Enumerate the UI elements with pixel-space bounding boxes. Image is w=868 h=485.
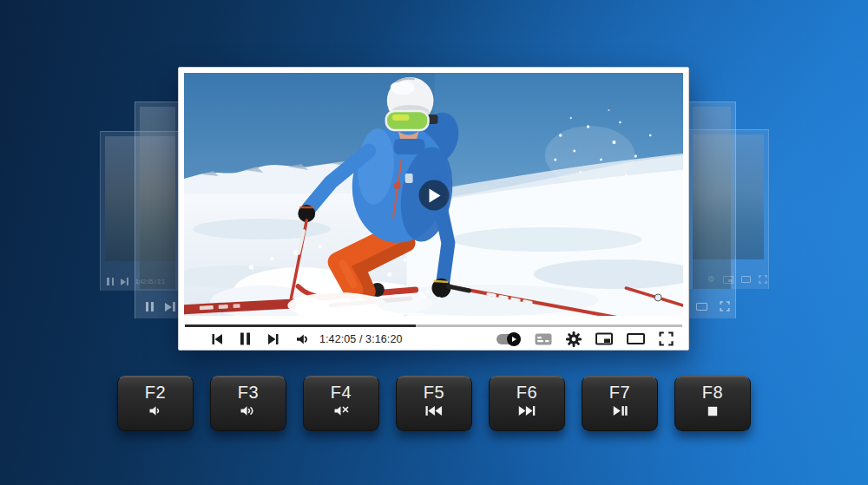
autoplay-toggle-knob: [507, 332, 521, 346]
theater-mode-button[interactable]: [627, 332, 645, 345]
play-overlay-button[interactable]: [418, 180, 449, 211]
video-player-window: 1:42:05 / 3:16:20: [178, 67, 689, 351]
key-label: F2: [145, 383, 166, 403]
fullscreen-icon: [759, 275, 767, 284]
volume-icon: [296, 333, 308, 345]
key-label: F3: [238, 383, 259, 403]
key-f5: F5: [396, 376, 472, 431]
subtitles-button[interactable]: [535, 333, 552, 345]
subtitles-icon: [535, 333, 552, 345]
player-controls: 1:42:05 / 3:16:20: [184, 324, 683, 359]
key-label: F8: [702, 383, 723, 403]
screen-background: 1:42:05 / 3:16:20 ⚙: [0, 0, 868, 485]
key-label: F4: [331, 383, 352, 403]
pause-icon: [240, 332, 251, 345]
key-f7: F7: [582, 376, 658, 431]
pause-icon: [107, 278, 114, 285]
volume-high-icon: [240, 405, 256, 416]
miniplayer-icon: [595, 332, 613, 345]
pause-button[interactable]: [240, 332, 251, 345]
settings-icon: [566, 331, 582, 347]
previous-icon: [211, 333, 223, 345]
key-label: F7: [609, 383, 630, 403]
previous-button[interactable]: [211, 333, 223, 345]
play-pause-icon: [613, 405, 628, 416]
key-f4: F4: [303, 376, 379, 431]
key-f6: F6: [489, 376, 565, 431]
function-keys-row: F2 F3 F4 F5 F6 F7 F8: [0, 376, 868, 431]
ghost-player-left-near: [135, 102, 180, 318]
theater-mode-icon: [741, 276, 751, 283]
ghost-player-right-near: [688, 102, 736, 318]
theater-mode-icon: [696, 303, 707, 311]
ghost-video-thumbnail: [693, 107, 731, 289]
stop-icon: [707, 406, 718, 416]
key-f3: F3: [210, 376, 286, 431]
next-icon: [121, 278, 128, 285]
pause-icon: [146, 302, 154, 311]
key-label: F5: [424, 383, 444, 403]
video-viewport[interactable]: [184, 73, 683, 316]
next-icon: [267, 333, 279, 345]
next-button[interactable]: [267, 333, 279, 345]
fullscreen-icon: [720, 301, 730, 311]
time-display: 1:42:05 / 3:16:20: [319, 333, 403, 345]
key-f8: F8: [674, 376, 751, 431]
next-icon: [165, 302, 175, 311]
key-f2: F2: [117, 376, 194, 431]
play-icon: [430, 188, 441, 202]
fullscreen-button[interactable]: [659, 331, 674, 346]
settings-button[interactable]: [566, 331, 582, 347]
previous-track-icon: [425, 405, 443, 416]
fullscreen-icon: [659, 331, 674, 346]
ghost-video-thumbnail: [140, 107, 175, 289]
key-label: F6: [516, 383, 537, 403]
miniplayer-button[interactable]: [595, 332, 613, 345]
volume-mute-icon: [334, 405, 349, 416]
volume-button[interactable]: [296, 333, 308, 345]
theater-mode-icon: [627, 332, 645, 345]
volume-low-icon: [149, 405, 162, 416]
next-track-icon: [518, 405, 536, 416]
autoplay-toggle[interactable]: [496, 334, 519, 344]
